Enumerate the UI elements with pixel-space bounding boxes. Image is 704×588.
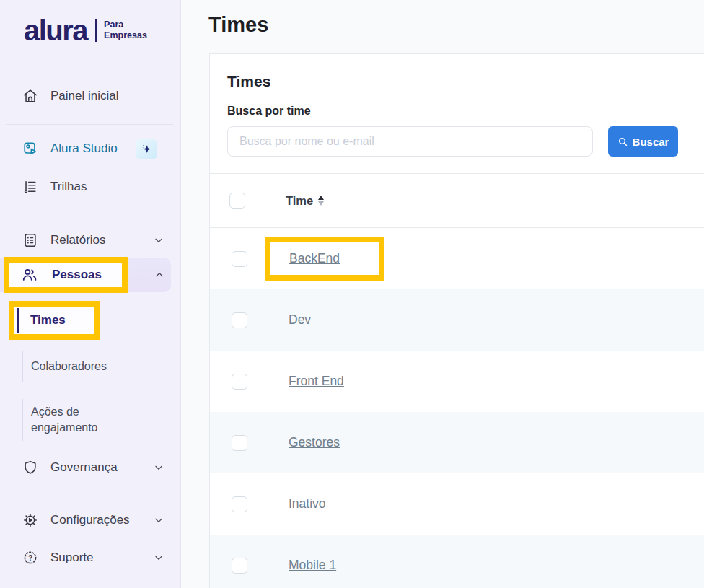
tracks-icon: [22, 179, 38, 195]
sidebar-item-colaboradores[interactable]: Colaboradores: [22, 351, 107, 382]
search-icon: [617, 136, 628, 147]
sidebar-item-configuracoes[interactable]: Configurações: [0, 504, 180, 536]
page-title: Times: [208, 13, 268, 37]
sparkle-icon: [136, 139, 157, 159]
annotation-highlight-pessoas[interactable]: Pessoas: [4, 257, 128, 293]
sidebar-divider: [6, 496, 173, 496]
sidebar-subitem-label: Colaboradores: [31, 359, 107, 374]
sidebar-subitem-label: Ações de engajamento: [31, 404, 121, 436]
shield-icon: [22, 460, 38, 475]
logo-separator: [95, 19, 97, 42]
card-title: Times: [227, 73, 697, 90]
team-link[interactable]: Gestores: [289, 435, 340, 450]
teams-card-header: Times Busca por time Buscar: [210, 54, 704, 157]
sidebar-item-label: Trilhas: [50, 180, 87, 194]
row-checkbox[interactable]: [232, 435, 247, 451]
search-button[interactable]: Buscar: [608, 126, 678, 157]
alura-logo[interactable]: alura Para Empresas: [24, 16, 147, 45]
home-icon: [22, 88, 38, 104]
sidebar-item-suporte[interactable]: ? Suporte: [0, 542, 180, 574]
sidebar-item-label: Painel inicial: [50, 89, 119, 103]
sort-asc-arrow: [318, 196, 324, 200]
teams-table: Time BackEnd Dev Front End: [210, 173, 704, 588]
sidebar-item-label: Alura Studio: [50, 141, 118, 156]
table-row: Gestores: [210, 412, 704, 473]
chevron-up-icon: [154, 270, 164, 280]
select-all-checkbox[interactable]: [229, 193, 245, 209]
sidebar-item-trilhas[interactable]: Trilhas: [0, 171, 180, 203]
table-row: Dev: [210, 289, 704, 351]
search-row: Buscar: [227, 126, 697, 157]
sidebar: alura Para Empresas Painel inicial Alura…: [0, 0, 181, 588]
table-row: Front End: [210, 351, 704, 412]
team-link[interactable]: Front End: [289, 374, 344, 389]
active-indicator-bar: [17, 308, 19, 333]
report-icon: [22, 232, 38, 248]
table-header-row: Time: [210, 174, 704, 228]
table-row: Mobile 1: [210, 535, 704, 588]
gear-icon: [22, 512, 38, 528]
sidebar-item-acoes-engajamento[interactable]: Ações de engajamento: [22, 399, 121, 441]
sidebar-divider: [6, 216, 173, 216]
sidebar-item-label: Relatórios: [50, 233, 106, 247]
team-link[interactable]: BackEnd: [289, 251, 340, 266]
main-content: Times Times Busca por time Buscar Time: [181, 0, 704, 588]
svg-text:?: ?: [28, 554, 32, 562]
table-row: BackEnd: [210, 228, 704, 289]
sidebar-item-painel-inicial[interactable]: Painel inicial: [0, 80, 180, 112]
column-header-time: Time: [286, 194, 313, 208]
annotation-highlight-times[interactable]: Times: [9, 301, 100, 340]
sort-desc-arrow: [318, 201, 324, 206]
sidebar-item-relatorios[interactable]: Relatórios: [0, 224, 180, 256]
team-link[interactable]: Inativo: [289, 496, 326, 512]
chevron-down-icon: [154, 235, 164, 245]
people-icon: [22, 267, 38, 283]
teams-card: Times Busca por time Buscar Time: [209, 53, 704, 588]
annotation-highlight-backend: BackEnd: [265, 237, 384, 281]
search-button-label: Buscar: [633, 136, 669, 148]
row-checkbox[interactable]: [232, 496, 247, 512]
chevron-down-icon: [154, 553, 164, 563]
chevron-down-icon: [154, 462, 164, 473]
team-link[interactable]: Mobile 1: [289, 558, 336, 573]
search-input[interactable]: [227, 126, 593, 157]
logo-wordmark: alura: [24, 16, 87, 45]
row-checkbox[interactable]: [232, 558, 247, 574]
sidebar-item-label: Governança: [50, 460, 118, 475]
sidebar-subitem-label: Times: [30, 313, 66, 328]
row-checkbox[interactable]: [232, 374, 247, 390]
sidebar-divider: [6, 124, 173, 125]
chevron-down-icon: [154, 515, 164, 525]
sidebar-item-label: Configurações: [50, 513, 130, 527]
sidebar-item-governanca[interactable]: Governança: [0, 452, 180, 483]
sidebar-item-label: Pessoas: [52, 268, 102, 282]
help-icon: ?: [22, 550, 38, 566]
row-checkbox[interactable]: [232, 251, 247, 267]
team-link[interactable]: Dev: [289, 312, 311, 328]
sidebar-item-label: Suporte: [50, 550, 94, 565]
logo-tagline: Para Empresas: [104, 19, 147, 41]
sort-icon[interactable]: [318, 196, 324, 206]
row-checkbox[interactable]: [232, 312, 247, 328]
studio-icon: [22, 141, 38, 157]
table-row: Inativo: [210, 473, 704, 535]
search-label: Busca por time: [227, 105, 697, 118]
